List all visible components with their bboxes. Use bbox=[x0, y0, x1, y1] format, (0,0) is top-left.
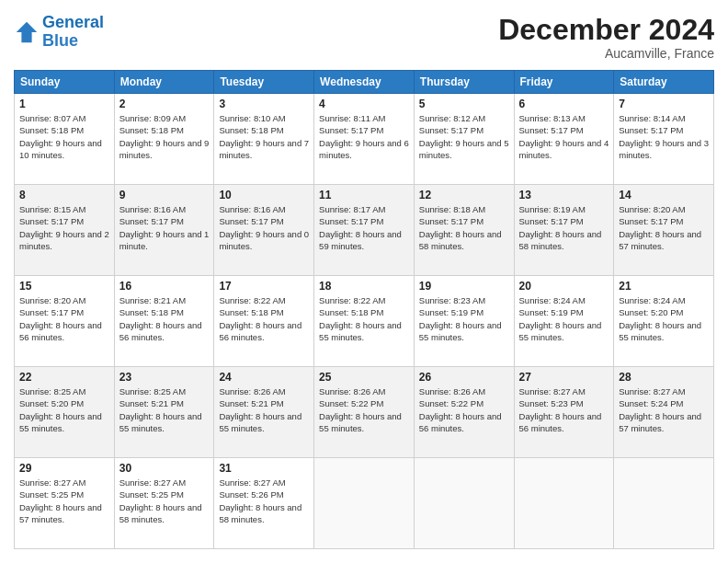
header-tuesday: Tuesday bbox=[214, 71, 314, 94]
month-year: December 2024 bbox=[498, 14, 714, 46]
day-23: 23 Sunrise: 8:25 AMSunset: 5:21 PMDaylig… bbox=[114, 367, 214, 458]
empty-cell bbox=[414, 458, 514, 549]
title-block: December 2024 Aucamville, France bbox=[498, 14, 714, 61]
weekday-header-row: Sunday Monday Tuesday Wednesday Thursday… bbox=[15, 71, 714, 94]
day-13: 13 Sunrise: 8:19 AMSunset: 5:17 PMDaylig… bbox=[514, 185, 614, 276]
day-3: 3 Sunrise: 8:10 AMSunset: 5:18 PMDayligh… bbox=[214, 94, 314, 185]
logo-line1: General bbox=[42, 13, 104, 31]
svg-marker-0 bbox=[17, 22, 37, 42]
day-28: 28 Sunrise: 8:27 AMSunset: 5:24 PMDaylig… bbox=[614, 367, 714, 458]
day-31: 31 Sunrise: 8:27 AMSunset: 5:26 PMDaylig… bbox=[214, 458, 314, 549]
day-7: 7 Sunrise: 8:14 AMSunset: 5:17 PMDayligh… bbox=[614, 94, 714, 185]
day-9: 9 Sunrise: 8:16 AMSunset: 5:17 PMDayligh… bbox=[114, 185, 214, 276]
day-1: 1 Sunrise: 8:07 AMSunset: 5:18 PMDayligh… bbox=[15, 94, 115, 185]
header-thursday: Thursday bbox=[414, 71, 514, 94]
day-19: 19 Sunrise: 8:23 AMSunset: 5:19 PMDaylig… bbox=[414, 276, 514, 367]
day-21: 21 Sunrise: 8:24 AMSunset: 5:20 PMDaylig… bbox=[614, 276, 714, 367]
calendar-table: Sunday Monday Tuesday Wednesday Thursday… bbox=[14, 70, 714, 549]
location: Aucamville, France bbox=[498, 46, 714, 61]
day-6: 6 Sunrise: 8:13 AMSunset: 5:17 PMDayligh… bbox=[514, 94, 614, 185]
header-sunday: Sunday bbox=[15, 71, 115, 94]
header: General Blue December 2024 Aucamville, F… bbox=[14, 14, 714, 61]
header-friday: Friday bbox=[514, 71, 614, 94]
day-17: 17 Sunrise: 8:22 AMSunset: 5:18 PMDaylig… bbox=[214, 276, 314, 367]
empty-cell bbox=[314, 458, 415, 549]
day-30: 30 Sunrise: 8:27 AMSunset: 5:25 PMDaylig… bbox=[114, 458, 214, 549]
day-25: 25 Sunrise: 8:26 AMSunset: 5:22 PMDaylig… bbox=[314, 367, 415, 458]
day-24: 24 Sunrise: 8:26 AMSunset: 5:21 PMDaylig… bbox=[214, 367, 314, 458]
day-4: 4 Sunrise: 8:11 AMSunset: 5:17 PMDayligh… bbox=[314, 94, 415, 185]
day-11: 11 Sunrise: 8:17 AMSunset: 5:17 PMDaylig… bbox=[314, 185, 415, 276]
empty-cell bbox=[514, 458, 614, 549]
empty-cell bbox=[614, 458, 714, 549]
day-14: 14 Sunrise: 8:20 AMSunset: 5:17 PMDaylig… bbox=[614, 185, 714, 276]
table-row: 15 Sunrise: 8:20 AMSunset: 5:17 PMDaylig… bbox=[15, 276, 714, 367]
day-12: 12 Sunrise: 8:18 AMSunset: 5:17 PMDaylig… bbox=[414, 185, 514, 276]
day-15: 15 Sunrise: 8:20 AMSunset: 5:17 PMDaylig… bbox=[15, 276, 115, 367]
day-18: 18 Sunrise: 8:22 AMSunset: 5:18 PMDaylig… bbox=[314, 276, 415, 367]
day-16: 16 Sunrise: 8:21 AMSunset: 5:18 PMDaylig… bbox=[114, 276, 214, 367]
day-29: 29 Sunrise: 8:27 AMSunset: 5:25 PMDaylig… bbox=[15, 458, 115, 549]
page: General Blue December 2024 Aucamville, F… bbox=[0, 0, 728, 563]
table-row: 8 Sunrise: 8:15 AMSunset: 5:17 PMDayligh… bbox=[15, 185, 714, 276]
table-row: 1 Sunrise: 8:07 AMSunset: 5:18 PMDayligh… bbox=[15, 94, 714, 185]
header-saturday: Saturday bbox=[614, 71, 714, 94]
logo-icon bbox=[14, 19, 40, 45]
day-22: 22 Sunrise: 8:25 AMSunset: 5:20 PMDaylig… bbox=[15, 367, 115, 458]
day-8: 8 Sunrise: 8:15 AMSunset: 5:17 PMDayligh… bbox=[15, 185, 115, 276]
day-20: 20 Sunrise: 8:24 AMSunset: 5:19 PMDaylig… bbox=[514, 276, 614, 367]
table-row: 29 Sunrise: 8:27 AMSunset: 5:25 PMDaylig… bbox=[15, 458, 714, 549]
day-10: 10 Sunrise: 8:16 AMSunset: 5:17 PMDaylig… bbox=[214, 185, 314, 276]
header-monday: Monday bbox=[114, 71, 214, 94]
logo-line2: Blue bbox=[42, 31, 78, 50]
header-wednesday: Wednesday bbox=[314, 71, 415, 94]
day-5: 5 Sunrise: 8:12 AMSunset: 5:17 PMDayligh… bbox=[414, 94, 514, 185]
day-26: 26 Sunrise: 8:26 AMSunset: 5:22 PMDaylig… bbox=[414, 367, 514, 458]
day-2: 2 Sunrise: 8:09 AMSunset: 5:18 PMDayligh… bbox=[114, 94, 214, 185]
table-row: 22 Sunrise: 8:25 AMSunset: 5:20 PMDaylig… bbox=[15, 367, 714, 458]
day-27: 27 Sunrise: 8:27 AMSunset: 5:23 PMDaylig… bbox=[514, 367, 614, 458]
logo: General Blue bbox=[14, 14, 104, 51]
logo-text: General Blue bbox=[42, 14, 104, 51]
